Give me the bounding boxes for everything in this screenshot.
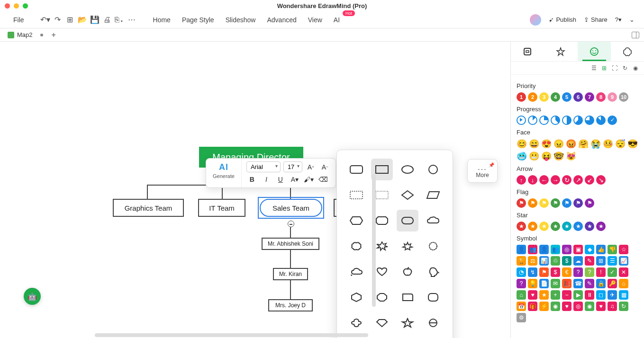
- symbol-badge-59[interactable]: ↻: [619, 302, 628, 311]
- symbol-badge-8[interactable]: 👎: [608, 245, 617, 254]
- arrow-badge-4[interactable]: ↻: [562, 175, 571, 185]
- node-joey[interactable]: Mrs. Joey D: [268, 299, 313, 311]
- view-refresh-icon[interactable]: ↻: [621, 64, 629, 72]
- symbol-badge-13[interactable]: ♲: [551, 256, 560, 266]
- symbol-badge-20[interactable]: ◔: [517, 267, 526, 277]
- star-badge-6[interactable]: ★: [585, 222, 594, 231]
- font-increase-button[interactable]: A+: [305, 162, 317, 172]
- shape-cloud[interactable]: [422, 210, 444, 231]
- symbol-badge-35[interactable]: ☎: [573, 279, 583, 288]
- maximize-window[interactable]: [23, 3, 28, 9]
- symbol-badge-25[interactable]: ?: [573, 267, 583, 277]
- font-decrease-button[interactable]: A−: [319, 162, 331, 172]
- face-emoji-7[interactable]: 🤒: [603, 139, 613, 149]
- priority-badge-8[interactable]: 8: [596, 92, 606, 102]
- symbol-badge-55[interactable]: ◎: [573, 302, 583, 311]
- symbol-badge-15[interactable]: ☁: [573, 256, 583, 266]
- symbol-badge-10[interactable]: 🏆: [517, 256, 526, 266]
- face-emoji-10[interactable]: 🥶: [517, 151, 527, 161]
- star-badge-4[interactable]: ★: [562, 222, 571, 231]
- face-emoji-11[interactable]: 😬: [529, 151, 539, 161]
- more-toolbar-icon[interactable]: ⋯: [127, 16, 136, 24]
- shape-hexagon[interactable]: [345, 210, 367, 231]
- face-emoji-3[interactable]: 😠: [553, 139, 564, 149]
- symbol-badge-19[interactable]: 📈: [619, 256, 628, 266]
- face-emoji-0[interactable]: 😊: [517, 139, 527, 149]
- star-badge-7[interactable]: ★: [596, 222, 606, 231]
- shape-cloud-left[interactable]: [345, 261, 367, 283]
- font-color-button[interactable]: A▾: [289, 174, 300, 185]
- face-emoji-1[interactable]: 😄: [529, 139, 539, 149]
- share-button[interactable]: ⇪ Share: [584, 16, 608, 23]
- node-it-team[interactable]: IT Team: [198, 199, 245, 217]
- vertical-scrollbar[interactable]: [372, 174, 376, 307]
- face-emoji-14[interactable]: 😻: [566, 151, 576, 161]
- symbol-badge-58[interactable]: ♫: [608, 302, 617, 311]
- flag-badge-1[interactable]: ⚑: [528, 198, 537, 208]
- priority-badge-9[interactable]: 9: [608, 92, 617, 102]
- symbol-badge-24[interactable]: €: [562, 267, 571, 277]
- bold-button[interactable]: B: [246, 174, 258, 185]
- symbol-badge-27[interactable]: !: [596, 267, 606, 277]
- symbol-badge-29[interactable]: ✕: [619, 267, 628, 277]
- menu-slideshow[interactable]: Slideshow: [222, 14, 260, 26]
- arrow-badge-1[interactable]: ↓: [528, 175, 537, 185]
- face-emoji-2[interactable]: 😍: [541, 139, 552, 149]
- symbol-badge-6[interactable]: ◆: [585, 245, 594, 254]
- priority-badge-6[interactable]: 6: [573, 92, 583, 102]
- ai-generate-button[interactable]: AI Generate: [206, 159, 242, 187]
- view-grid-icon[interactable]: ⊞: [600, 64, 608, 72]
- face-emoji-5[interactable]: 🤗: [578, 139, 589, 149]
- print-icon[interactable]: 🖨: [103, 16, 111, 24]
- face-emoji-13[interactable]: 🤓: [553, 151, 564, 161]
- help-button[interactable]: ?▾: [615, 16, 622, 23]
- font-size-select[interactable]: 17: [283, 161, 302, 172]
- symbol-badge-28[interactable]: ✓: [608, 267, 617, 277]
- symbol-badge-16[interactable]: ✎: [585, 256, 594, 266]
- symbol-badge-56[interactable]: ◉: [585, 302, 594, 311]
- symbol-badge-45[interactable]: ▶: [573, 290, 583, 300]
- progress-badge-4[interactable]: [562, 116, 571, 125]
- star-badge-5[interactable]: ★: [573, 222, 583, 231]
- symbol-badge-17[interactable]: ⊞: [596, 256, 606, 266]
- priority-badge-2[interactable]: 2: [528, 92, 537, 102]
- shape-burst-2[interactable]: [397, 235, 418, 257]
- view-visible-icon[interactable]: ◉: [632, 64, 639, 72]
- flag-badge-5[interactable]: ⚑: [573, 198, 583, 208]
- shape-rounded-rect[interactable]: [345, 159, 367, 180]
- rpanel-tab-clipart[interactable]: [611, 42, 644, 61]
- flag-badge-2[interactable]: ⚑: [539, 198, 549, 208]
- canvas[interactable]: Managing Director Graphics Team IT Team …: [0, 42, 510, 338]
- priority-badge-10[interactable]: 10: [619, 92, 628, 102]
- more-options-button[interactable]: 📌 ... More: [467, 159, 498, 183]
- symbol-badge-21[interactable]: ↯: [528, 267, 537, 277]
- symbol-badge-37[interactable]: 🔒: [596, 279, 606, 288]
- shape-ellipse[interactable]: [397, 159, 418, 180]
- shape-circle[interactable]: [422, 159, 444, 180]
- menu-ai[interactable]: AI Hot: [330, 14, 344, 26]
- progress-badge-1[interactable]: [528, 116, 537, 125]
- shape-quatrefoil[interactable]: [345, 312, 367, 334]
- symbol-badge-26[interactable]: ?: [585, 267, 594, 277]
- symbol-badge-7[interactable]: 👍: [596, 245, 606, 254]
- face-emoji-9[interactable]: 😎: [627, 139, 638, 149]
- shape-barred-circle[interactable]: [422, 312, 444, 334]
- arrow-badge-3[interactable]: →: [551, 175, 560, 185]
- symbol-badge-48[interactable]: ✈: [608, 290, 617, 300]
- symbol-badge-33[interactable]: ✉: [551, 279, 560, 288]
- progress-badge-3[interactable]: [551, 116, 560, 125]
- shape-document[interactable]: [397, 286, 418, 308]
- shape-apple[interactable]: [397, 261, 418, 283]
- add-child-handle[interactable]: [288, 221, 294, 227]
- menu-advanced[interactable]: Advanced: [263, 14, 300, 26]
- flag-badge-0[interactable]: ⚑: [517, 198, 526, 208]
- node-sales-team[interactable]: Sales Team: [260, 199, 322, 217]
- symbol-badge-40[interactable]: ⌂: [517, 290, 526, 300]
- minimize-window[interactable]: [14, 3, 19, 9]
- menu-home[interactable]: Home: [149, 14, 174, 26]
- symbol-badge-60[interactable]: ⚙: [517, 313, 526, 322]
- node-kiran[interactable]: Mr. Kiran: [273, 268, 308, 280]
- symbol-badge-39[interactable]: ⌂: [619, 279, 628, 288]
- symbol-badge-5[interactable]: ▣: [573, 245, 583, 254]
- file-menu[interactable]: File: [9, 14, 28, 26]
